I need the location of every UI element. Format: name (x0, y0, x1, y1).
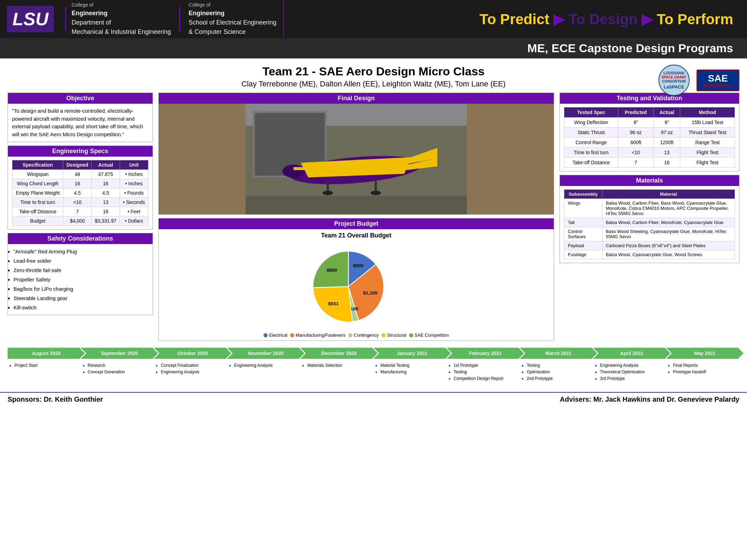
lsu-logo: LSU (7, 6, 54, 32)
legend-dot (381, 333, 386, 337)
list-item: 1st Prototype (454, 362, 518, 369)
design-image (159, 104, 554, 214)
svg-rect-10 (327, 181, 329, 192)
table-row: Control Range600ft1200ftRange Test (564, 138, 735, 148)
list-item: Kill-switch (13, 303, 147, 312)
timeline-event-col: 1st PrototypeTestingCompetition Design R… (447, 361, 520, 384)
pie-label: $900 (326, 268, 337, 273)
objective-header: Objective (8, 93, 153, 104)
timeline-event-col: Final ReportsPrototype handoff (666, 361, 739, 384)
svg-point-13 (371, 191, 381, 195)
header-school: College of Engineering School of Electri… (188, 1, 276, 37)
table-row: Take-off Distance716Flight Test (564, 158, 735, 168)
table-row: Wingspan4847.875• Inches (12, 170, 148, 179)
legend-item: SAE Competition (409, 333, 449, 338)
objective-text: "To design and build a remote-controlled… (8, 104, 153, 142)
timeline-events-list: Project Start (10, 362, 79, 369)
testing-table: Tested SpecPredictedActualMethod Wing De… (564, 107, 735, 168)
timeline-events-list: TestingOptimization2nd Prototype (522, 362, 591, 382)
legend-item: Contingency (348, 333, 379, 338)
specs-table: SpecificationDesignedActualUnit Wingspan… (12, 160, 148, 226)
list-item: Testing (454, 369, 518, 375)
list-item: Engineering Analysis (600, 362, 664, 369)
timeline-month: April 2021 (593, 348, 671, 359)
main-content: Team 21 - SAE Aero Design Micro Class Cl… (0, 58, 747, 390)
table-row: Empty Plane Weight4.54.5• Pounds (12, 188, 148, 198)
list-item: Competition Design Report (454, 375, 518, 382)
list-item: Lead-free solder (13, 256, 147, 265)
timeline-section: August 2020September 2020October 2020Nov… (8, 348, 739, 384)
timeline-events-list: ResearchConcept Generation (83, 362, 152, 375)
footer: Sponsors: Dr. Keith Gonthier Advisers: M… (0, 392, 747, 406)
timeline-events-list: Material TestingManufacturing (376, 362, 445, 375)
sae-logo: SAE INTERNATIONAL® (697, 69, 739, 91)
timeline-month: March 2021 (520, 348, 597, 359)
svg-point-9 (283, 165, 305, 178)
timeline-event-col: Engineering Analysis (227, 361, 301, 384)
list-item: Material Testing (380, 362, 445, 369)
team-members: Clay Terrebonne (ME), Dalton Allen (EE),… (8, 80, 739, 88)
specs-box: Engineering Specs SpecificationDesignedA… (8, 146, 153, 230)
table-row: Time to first turn<1013Flight Test (564, 148, 735, 158)
materials-box: Materials SubassemblyMaterial WingsBalsa… (560, 175, 739, 263)
list-item: 3rd Prototype (600, 375, 664, 382)
legend-dot (409, 333, 413, 337)
timeline-events-list: 1st PrototypeTestingCompetition Design R… (449, 362, 518, 382)
pie-container: $500$1,100$100$931$900 ElectricalManufac… (159, 241, 554, 340)
arrow2: ▶ (642, 11, 657, 27)
timeline-event-col: TestingOptimization2nd Prototype (520, 361, 593, 384)
list-item: Research (88, 362, 152, 369)
pie-legend: ElectricalManufacturing/FastenersConting… (264, 333, 449, 338)
timeline-event-col: Engineering AnalysisTheoretical Optimiza… (593, 361, 666, 384)
timeline-event-col: Materials Selection (300, 361, 374, 384)
header-tagline: To Predict ▶ To Design ▶ To Perform (284, 0, 747, 38)
tagline-design: To Design (569, 11, 638, 27)
list-item: 2nd Prototype (527, 375, 591, 382)
legend-dot (264, 333, 268, 337)
pie-label: $1,100 (363, 290, 378, 296)
table-row: Wing Chord Length1616• Inches (12, 179, 148, 188)
timeline-month: May 2021 (666, 348, 744, 359)
materials-content: SubassemblyMaterial WingsBalsa Wood, Car… (560, 186, 739, 263)
sponsors-text: Sponsors: Dr. Keith Gonthier (8, 395, 103, 403)
col-right: Testing and Validation Tested SpecPredic… (560, 93, 739, 341)
list-item: Optimization (527, 369, 591, 375)
logos-area: LOUISIANA SPACE GRANT CONSORTIUM LaSPACE… (658, 65, 739, 96)
list-item: Final Reports (673, 362, 737, 369)
list-item: Prototype handoff (673, 369, 737, 375)
testing-box: Testing and Validation Tested SpecPredic… (560, 93, 739, 171)
header-dept: College of Engineering Department of Mec… (72, 1, 171, 37)
timeline-event-col: Project Start (8, 361, 81, 384)
table-row: WingsBalsa Wood, Carbon Fiber, Bass Wood… (564, 199, 735, 218)
svg-rect-4 (246, 196, 467, 214)
timeline-month: December 2020 (300, 348, 378, 359)
timeline-events: Project StartResearchConcept GenerationC… (8, 361, 739, 384)
table-row: Control SurfacesBass Wood Sheeting, Cyan… (564, 227, 735, 241)
timeline-events-list: Concept FinalizationEngineering Analysis (156, 362, 225, 375)
table-row: Wing Deflection8"6"15lb Load Test (564, 118, 735, 128)
timeline-events-list: Final ReportsPrototype handoff (668, 362, 737, 375)
materials-header: Materials (560, 175, 739, 186)
list-item: Engineering Analysis (234, 362, 298, 369)
legend-label: Electrical (269, 333, 287, 338)
timeline-event-col: Material TestingManufacturing (374, 361, 447, 384)
table-row: Budget$4,000$3,331.97• Dollars (12, 216, 148, 226)
list-item: Steerable Landing gear (13, 293, 147, 303)
list-item: Zero-throttle fail-safe (13, 265, 147, 275)
specs-content: SpecificationDesignedActualUnit Wingspan… (8, 157, 153, 229)
pie-chart-svg: $500$1,100$100$931$900 (287, 243, 425, 330)
col-left: Objective "To design and build a remote-… (8, 93, 153, 341)
safety-header: Safety Considerations (8, 233, 153, 244)
legend-label: Structural (387, 333, 406, 338)
laspace-logo: LOUISIANA SPACE GRANT CONSORTIUM LaSPACE (658, 65, 690, 96)
pie-label: $500 (353, 263, 364, 268)
list-item: Concept Finalization (161, 362, 225, 369)
svg-point-12 (323, 191, 333, 195)
safety-box: Safety Considerations "Armsafe" Red Armi… (8, 233, 153, 315)
legend-item: Structural (381, 333, 406, 338)
table-row: Time to first turn<1013• Seconds (12, 198, 148, 207)
tagline-predict: To Predict (479, 11, 549, 27)
legend-label: Contingency (354, 333, 379, 338)
legend-dot (348, 333, 352, 337)
table-row: Take-off Distance716• Feet (12, 207, 148, 216)
